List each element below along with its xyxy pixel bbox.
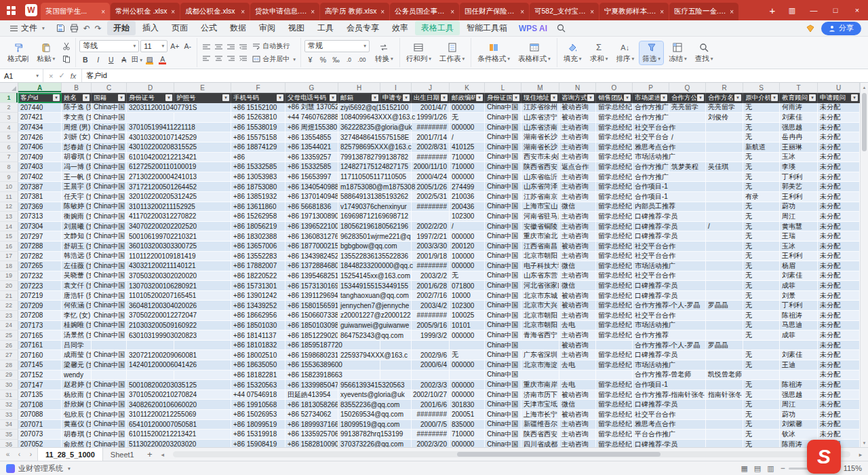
cell[interactable]: 合作方推广 (633, 162, 669, 172)
cell[interactable] (127, 113, 174, 123)
copy-button[interactable] (60, 54, 72, 65)
cell[interactable]: +86 15801565911 (285, 301, 338, 311)
cell[interactable]: 主动咨询 (559, 192, 596, 202)
cell[interactable]: China中国 (92, 360, 127, 370)
cell[interactable]: 150269534@qq.com (338, 410, 380, 420)
cell[interactable]: China中国 (92, 162, 127, 172)
cell[interactable]: 370373226@qq.com (338, 440, 380, 447)
cell[interactable]: 主动咨询 (559, 271, 596, 282)
cell[interactable]: 200436 (450, 202, 485, 212)
cell[interactable]: +86 19713008901 (285, 212, 338, 222)
cell[interactable]: 2003/4/2 (412, 301, 450, 311)
cell[interactable]: 无 (743, 420, 780, 430)
menu-item-2[interactable]: 页面 (165, 21, 194, 35)
row-number[interactable]: 2 (0, 103, 18, 113)
table-style-button[interactable]: 表格样式▾ (515, 41, 553, 64)
cell[interactable] (669, 420, 706, 430)
cell[interactable]: 合作项目-1 (633, 380, 669, 390)
row-number[interactable]: 24 (0, 321, 18, 331)
cell[interactable]: 未分配 (818, 103, 860, 113)
cell[interactable]: 何依涵 (女 (62, 301, 92, 311)
cell[interactable]: China中国 (485, 222, 521, 232)
cell[interactable]: 凯悦曾老师 (706, 370, 743, 381)
cell[interactable]: +86 15262958 (231, 212, 285, 222)
cell[interactable]: xyevents@gloria@uk (338, 390, 380, 400)
cell[interactable]: 未分配 (818, 212, 860, 222)
cell[interactable]: 刘景 (780, 291, 818, 301)
cell[interactable]: +86 15823918663 (285, 370, 338, 381)
formula-cancel-icon[interactable]: × (49, 72, 53, 80)
cell[interactable]: +86 17882007 (231, 261, 285, 271)
cell[interactable]: China中国 (485, 202, 521, 212)
cell[interactable]: 社交平台合作 (633, 123, 669, 133)
row-number[interactable]: 9 (0, 172, 18, 183)
filter-dropdown-icon[interactable]: ▾ (277, 94, 283, 101)
cell[interactable]: China中国 (92, 212, 127, 222)
cell[interactable]: 四川省成都 (521, 440, 559, 447)
cell[interactable]: 亮亮留学 (706, 103, 743, 113)
cell[interactable]: 黄韦慧 (780, 222, 818, 232)
cell[interactable]: 河北省张家口 (521, 281, 559, 291)
cell[interactable]: 上海市长宁 (521, 410, 559, 420)
cell[interactable]: 主动咨询 (559, 222, 596, 232)
cell[interactable]: +86 13657006 (231, 242, 285, 252)
cell[interactable]: 207403 (18, 162, 62, 172)
cell[interactable]: 207147 (18, 380, 62, 390)
filter-dropdown-icon[interactable]: ▾ (513, 94, 519, 101)
cell[interactable]: 市场活动推广 (633, 321, 669, 331)
cell[interactable]: 360103200303300725 (127, 242, 174, 252)
cell[interactable]: 207440 (18, 103, 62, 113)
filter-dropdown-icon[interactable]: ▾ (403, 94, 410, 101)
cell[interactable]: China中国 (485, 252, 521, 262)
cell[interactable]: 北京市朝阳 (521, 311, 559, 321)
header-cell[interactable]: 合作方名▾ (706, 93, 743, 103)
cell[interactable] (669, 142, 706, 153)
cell[interactable]: 无 (743, 321, 780, 331)
cell[interactable]: 微信 (559, 202, 596, 212)
column-header-P[interactable]: P (633, 83, 669, 92)
column-header-D[interactable]: D (127, 83, 174, 92)
cell[interactable]: 市场活动推广 (633, 153, 669, 163)
cell[interactable]: China中国 (92, 330, 127, 341)
cell[interactable]: 罗晶晶 (706, 341, 743, 351)
cell[interactable]: 玉冰 (780, 242, 818, 252)
header-cell[interactable]: 原中介机▾ (743, 93, 780, 103)
column-header-E[interactable]: E (174, 83, 231, 92)
cell[interactable]: China中国 (92, 410, 127, 420)
cell[interactable] (706, 330, 743, 341)
cell[interactable]: 被动咨询 (559, 242, 596, 252)
cell[interactable]: 207434 (18, 123, 62, 133)
cell[interactable]: 王一帆 (男 (62, 172, 92, 183)
cell[interactable]: 冯一博 (男 (62, 162, 92, 172)
cell[interactable]: 207426 (18, 132, 62, 142)
cell[interactable]: 留学总经纪 (596, 400, 633, 410)
cell[interactable]: wendy (62, 370, 92, 381)
menu-item-4[interactable]: 数据 (224, 21, 252, 35)
cell[interactable] (669, 400, 706, 410)
cell[interactable]: 无 (743, 271, 780, 282)
cell[interactable]: 071800 (450, 281, 485, 291)
cell[interactable]: 重庆市渝北 (521, 231, 559, 242)
cell[interactable]: China中国 (485, 281, 521, 291)
cell[interactable]: +86 13439824521 (285, 252, 338, 262)
row-number[interactable]: 22 (0, 301, 18, 311)
cell[interactable]: 合作方推广 (633, 103, 669, 113)
add-sheet-button[interactable]: + (143, 448, 157, 461)
cell[interactable]: 500106199702210321 (127, 231, 174, 242)
cell[interactable] (706, 252, 743, 262)
cell[interactable]: 1084099643XXX@163.c (338, 113, 380, 123)
header-cell[interactable]: 教育顾问▾ (780, 93, 818, 103)
menu-item-5[interactable]: 审阅 (253, 21, 281, 35)
cell[interactable]: 110112200109181419 (127, 252, 174, 262)
cell[interactable]: 王利利 (780, 192, 818, 202)
cell[interactable]: / (669, 132, 706, 142)
cell[interactable]: 未分配 (818, 301, 860, 311)
row-number[interactable]: 5 (0, 132, 18, 142)
cell[interactable]: +86 13359257067 (285, 430, 338, 440)
cell[interactable]: 留学总经纪 (596, 202, 633, 212)
cell[interactable]: 陕西省西安 (521, 430, 559, 440)
cell[interactable] (780, 370, 818, 381)
cell[interactable]: 合作方推荐-个人-罗晶 (633, 341, 669, 351)
cell[interactable]: 无 (450, 350, 485, 360)
cell[interactable] (706, 202, 743, 212)
